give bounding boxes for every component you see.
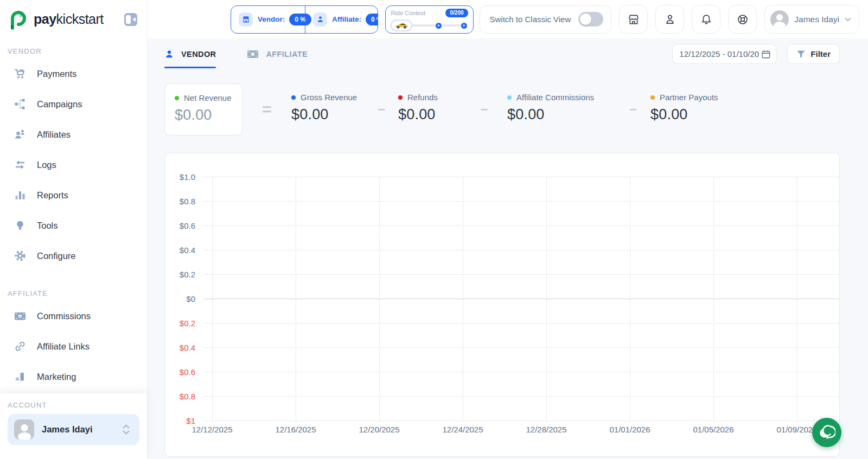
revenue-stats-row: Net Revenue$0.00=Gross Revenue$0.00−Refu… (148, 83, 868, 135)
account-switcher[interactable]: James Idayi (8, 414, 139, 445)
notifications-button[interactable] (692, 5, 720, 34)
sidebar-item-label: Payments (37, 69, 76, 79)
x-gridline (797, 177, 797, 422)
y-gridline (204, 225, 839, 226)
classic-view-toggle[interactable] (578, 12, 603, 27)
profile-button[interactable] (655, 5, 684, 34)
net-revenue-dot (175, 96, 179, 100)
marketing-bars-icon (14, 371, 26, 383)
y-gridline (204, 250, 839, 250)
tab-affiliate[interactable]: AFFILIATE (247, 38, 308, 69)
stat-gross-revenue: Gross Revenue$0.00 (291, 83, 365, 135)
account-name: James Idayi (42, 424, 93, 435)
collapse-sidebar-icon[interactable] (124, 13, 137, 26)
sidebar-item-marketing[interactable]: Marketing (0, 361, 147, 392)
sidebar-item-configure[interactable]: Configure (0, 241, 147, 271)
ride-contest-widget[interactable]: Ride Contest 0/200 (385, 5, 473, 34)
brand-light: kickstart (56, 11, 104, 27)
x-axis-tick-label: 12/24/2025 (427, 425, 498, 434)
stat-refunds: Refunds$0.00 (398, 83, 461, 135)
sidebar-section-label-vendor: VENDOR (0, 41, 147, 59)
vendor-stat[interactable]: Vendor: 0 % (231, 6, 305, 33)
y-gridline (204, 299, 839, 299)
sidebar-item-label: Logs (37, 160, 56, 170)
user-menu[interactable]: James Idayi (764, 5, 859, 34)
equals-operator: = (242, 83, 291, 135)
revenue-chart: 12/12/202512/16/202512/20/202512/24/2025… (164, 153, 840, 457)
refunds-label: Refunds (407, 93, 438, 102)
help-buoy-icon (737, 14, 749, 25)
date-filter-group: 12/12/2025 - 01/10/20 Filter (672, 44, 840, 64)
person-icon (313, 12, 327, 27)
partner-payouts-label: Partner Payouts (660, 93, 718, 102)
collapse-arrow (132, 17, 136, 22)
user-name: James Idayi (794, 15, 839, 24)
tab-vendor[interactable]: VENDOR (164, 38, 216, 69)
user-avatar (770, 10, 789, 29)
people-icon (14, 128, 26, 140)
car-icon (391, 20, 412, 31)
affiliate-stat-label: Affiliate: (332, 15, 361, 23)
net-revenue-card[interactable]: Net Revenue$0.00 (164, 83, 242, 135)
x-gridline (212, 177, 213, 422)
ride-milestone-dot (461, 23, 467, 29)
ride-contest-title: Ride Contest (391, 10, 425, 16)
sidebar-item-label: Reports (37, 190, 68, 201)
sidebar-item-label: Affiliate Links (37, 341, 90, 352)
gross-revenue-label: Gross Revenue (301, 93, 357, 102)
link-icon (14, 340, 26, 352)
y-axis-tick-label: $0.4 (165, 343, 195, 352)
tab-vendor-label: VENDOR (181, 50, 216, 59)
filter-button[interactable]: Filter (787, 44, 840, 64)
x-axis-tick-label: 12/16/2025 (260, 425, 331, 434)
sidebar-item-label: Campaigns (37, 99, 82, 109)
account-section-label: ACCOUNT (8, 401, 139, 409)
filter-button-label: Filter (810, 49, 831, 59)
sidebar-item-payments[interactable]: Payments (0, 59, 147, 89)
sidebar-item-reports[interactable]: Reports (0, 180, 147, 210)
sidebar-item-campaigns[interactable]: Campaigns (0, 89, 147, 119)
y-axis-tick-label: $1 (165, 416, 195, 425)
y-axis-tick-label: $0.2 (165, 270, 195, 279)
minus-operator: − (461, 83, 507, 135)
refunds-dot (398, 95, 403, 100)
ride-contest-badge: 0/200 (445, 9, 468, 17)
sidebar-item-logs[interactable]: Logs (0, 150, 147, 180)
marketplace-button[interactable] (619, 5, 648, 34)
main-column: Vendor: 0 % Affiliate: 0 % Ride Contest … (148, 0, 868, 459)
x-gridline (296, 177, 296, 422)
sidebar-item-commissions[interactable]: Commissions (0, 301, 147, 331)
ride-milestone-dot (436, 23, 442, 29)
campaigns-icon (14, 98, 26, 110)
chat-bubbles-icon (818, 424, 835, 441)
tab-affiliate-label: AFFILIATE (266, 50, 308, 59)
calendar-icon (761, 49, 771, 59)
affiliate-stat[interactable]: Affiliate: 0 % (305, 6, 378, 33)
sidebar-item-tools[interactable]: Tools (0, 210, 147, 241)
sidebar-section-label-affiliate: AFFILIATE (0, 283, 147, 301)
x-axis-tick-label: 12/20/2025 (344, 425, 414, 434)
affiliate-commissions-dot (507, 95, 512, 100)
chat-launcher-button[interactable] (812, 418, 841, 447)
storefront-icon (239, 12, 253, 27)
topbar: Vendor: 0 % Affiliate: 0 % Ride Contest … (148, 0, 868, 38)
logs-arrows-icon (14, 159, 26, 171)
gross-revenue-value: $0.00 (291, 106, 365, 123)
sidebar-item-label: Commissions (37, 311, 91, 321)
sidebar-item-label: Configure (37, 251, 76, 261)
date-range-input[interactable]: 12/12/2025 - 01/10/20 (672, 44, 777, 64)
y-gridline (204, 177, 839, 177)
account-updown-chevrons-icon (123, 424, 130, 435)
affiliate-stat-value: 0 % (366, 14, 378, 25)
date-range-value: 12/12/2025 - 01/10/20 (679, 49, 761, 59)
sidebar-item-label: Affiliates (37, 130, 71, 140)
y-axis-tick-label: $0.6 (165, 367, 195, 377)
sidebar-item-affiliates[interactable]: Affiliates (0, 119, 147, 150)
x-axis-tick-label: 01/01/2026 (595, 425, 665, 434)
y-axis-tick-label: $0.4 (165, 245, 195, 255)
help-button[interactable] (728, 5, 757, 34)
x-gridline (546, 177, 547, 422)
sidebar-item-affiliate-links[interactable]: Affiliate Links (0, 331, 147, 361)
x-gridline (713, 177, 714, 422)
classic-view-switch: Switch to Classic View (480, 5, 612, 34)
